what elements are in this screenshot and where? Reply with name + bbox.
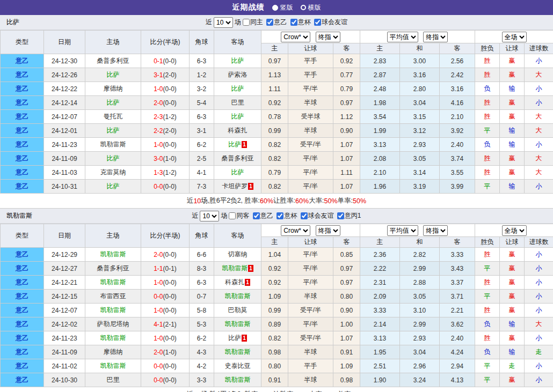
fulltime-score: 1-0 (154, 141, 163, 149)
avg-draw-odds: 3.19 (400, 180, 440, 194)
result-outcome: 胜 (475, 110, 500, 124)
result-goals: 大 (525, 124, 553, 138)
score-cell: 3-1(2-0) (141, 68, 190, 82)
horizontal-layout-label: 横版 (308, 3, 321, 12)
league-filter-checkbox[interactable] (266, 19, 273, 26)
home-team: 布雷西亚 (85, 290, 141, 304)
col-header-corner: 角球 (190, 31, 214, 54)
league-type: 意乙 (1, 262, 44, 276)
league-filter[interactable]: 球会友谊 (300, 211, 334, 220)
score-cell: 2-2(2-0) (141, 124, 190, 138)
handicap-home-odds: 0.97 (261, 54, 288, 68)
avg-draw-odds: 3.04 (400, 96, 440, 110)
result-handicap: 输 (500, 138, 525, 152)
league-filter[interactable]: 意丙1 (336, 211, 361, 220)
score-cell: 2-0(0-0) (141, 96, 190, 110)
final-average-select[interactable]: 终指 (423, 225, 448, 236)
average-odds-select[interactable]: 平均值 (387, 32, 418, 42)
league-filter-checkbox[interactable] (290, 19, 297, 26)
team-badge: 1 (242, 141, 247, 148)
match-date: 24-12-15 (44, 290, 85, 304)
handicap-home-odds: 0.99 (261, 124, 288, 138)
fulltime-score: 2-2 (154, 127, 163, 135)
league-filter-checkbox[interactable] (314, 19, 321, 26)
table-row: 意乙 24-12-22 摩德纳 1-0(0-0) 3-2 比萨 1.11 平/半… (1, 82, 553, 96)
corner-score: 6-2 (190, 331, 214, 345)
bookmaker-select[interactable]: Crow* (281, 225, 310, 236)
result-handicap: 赢 (500, 290, 525, 304)
match-date: 24-10-31 (44, 180, 85, 194)
league-filter-checkbox[interactable] (301, 212, 308, 219)
away-team: 巴勒莫 (214, 304, 261, 317)
league-filter-checkbox[interactable] (229, 212, 236, 219)
league-filter-checkbox[interactable] (276, 212, 283, 219)
full-match-select[interactable]: 全场 (502, 32, 527, 42)
handicap-away-odds: 0.97 (333, 262, 360, 276)
league-filter[interactable]: 意杯 (289, 18, 311, 27)
league-filter[interactable]: 意乙 (252, 211, 273, 220)
handicap-away-odds: 0.90 (333, 124, 360, 138)
halftime-score: (0-0) (163, 251, 177, 258)
col-header-home: 主场 (85, 31, 141, 54)
result-goals: 小 (525, 373, 553, 387)
subcol-handicap-home: 主 (261, 237, 288, 248)
fulltime-score: 0-0 (154, 376, 163, 384)
table-row: 意乙 24-12-26 比萨 3-1(2-0) 1-2 萨索洛 1.13 平手 … (1, 68, 553, 82)
handicap-away-odds: 1.07 (333, 138, 360, 152)
result-goals: 小 (525, 180, 553, 194)
final-average-select[interactable]: 终指 (423, 32, 448, 42)
avg-home-odds: 2.22 (360, 262, 400, 276)
corner-score: 7-3 (190, 180, 214, 194)
table-row: 意乙 24-12-14 比萨 2-0(0-0) 5-4 巴里 0.92 半球 0… (1, 96, 553, 110)
match-count-select[interactable]: 10 (200, 211, 219, 221)
league-filter[interactable]: 意乙 (265, 18, 287, 27)
result-outcome: 负 (475, 82, 500, 96)
filterbar-pisa: 比萨 近 10 场 同主 意乙 意杯 球会友谊 (0, 15, 553, 30)
league-filter-checkbox[interactable] (253, 212, 260, 219)
bookmaker-select[interactable]: Crow* (281, 32, 310, 42)
avg-draw-odds: 2.80 (400, 82, 440, 96)
col-header-score: 比分(半场) (141, 31, 190, 54)
match-date: 24-11-03 (44, 166, 85, 180)
league-filter[interactable]: 同客 (228, 211, 249, 220)
league-filter[interactable]: 球会友谊 (313, 18, 347, 27)
halftime-score: (2-0) (163, 127, 177, 135)
match-date: 24-12-29 (44, 248, 85, 262)
average-odds-select[interactable]: 平均值 (387, 225, 418, 236)
match-count-select[interactable]: 10 (214, 17, 233, 28)
avg-away-odds: 3.43 (440, 262, 475, 276)
handicap-home-odds: 0.82 (261, 331, 288, 345)
final-odds-select[interactable]: 终指 (316, 225, 340, 236)
league-filter[interactable]: 意杯 (275, 211, 297, 220)
score-cell: 2-3(1-2) (141, 110, 190, 124)
handicap-home-odds: 0.82 (261, 180, 288, 194)
recent-label: 近 (192, 211, 198, 220)
avg-draw-odds: 3.12 (400, 124, 440, 138)
result-goals: 小 (525, 82, 553, 96)
handicap-away-odds: 0.97 (333, 276, 360, 290)
handicap-home-odds: 0.98 (261, 345, 288, 359)
match-date: 24-12-27 (44, 262, 85, 276)
league-filter-checkbox[interactable] (337, 212, 344, 219)
full-match-select[interactable]: 全场 (502, 225, 527, 236)
result-outcome: 胜 (475, 304, 500, 317)
away-team: 比萨 (214, 110, 261, 124)
final-odds-select[interactable]: 终指 (316, 32, 340, 42)
horizontal-layout-radio[interactable]: 横版 (301, 3, 321, 12)
handicap-line: 平手 (288, 68, 333, 82)
league-filter-label: 同客 (236, 211, 249, 220)
vertical-layout-radio[interactable]: 竖版 (272, 3, 293, 12)
summary-text: 让胜率: (273, 196, 295, 205)
result-goals: 大 (525, 110, 553, 124)
away-team: 桑普多利亚 (214, 152, 261, 166)
win-rate: 60% (260, 197, 273, 205)
league-filter[interactable]: 同主 (242, 18, 263, 27)
away-team: 凯勒雷斯 (214, 345, 261, 359)
home-team: 巴里 (85, 373, 141, 387)
avg-draw-odds: 3.00 (400, 54, 440, 68)
table-row: 意乙 24-12-07 曼托瓦 2-3(1-2) 6-3 比萨 0.78 受半球… (1, 110, 553, 124)
home-team: 比萨 (85, 180, 141, 194)
summary-carrarese: 近10场,胜4平4负2, 胜率:40% 让胜率:70% 大率:10% 单率:40… (0, 387, 553, 392)
avg-home-odds: 2.51 (360, 359, 400, 373)
league-filter-checkbox[interactable] (243, 19, 250, 26)
